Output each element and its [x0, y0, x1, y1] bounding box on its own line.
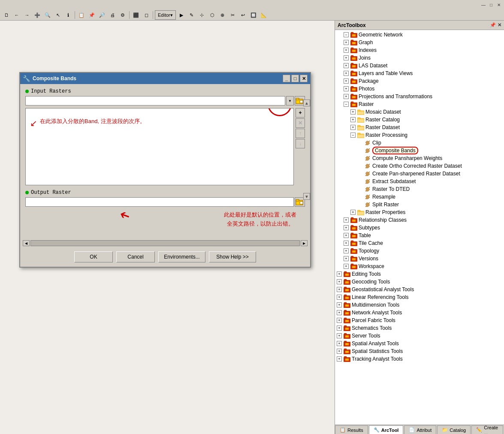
expand-icon[interactable]: + — [337, 349, 342, 354]
tree-item[interactable]: Resample — [335, 193, 504, 201]
expand-icon[interactable]: + — [337, 326, 342, 331]
tree-item[interactable]: − Raster Processing — [335, 131, 504, 139]
expand-icon[interactable]: + — [337, 356, 342, 362]
tree-item[interactable]: Create Ortho Corrected Raster Dataset — [335, 162, 504, 170]
tree-item[interactable]: + Spatial Analyst Tools — [335, 340, 504, 347]
collapse-icon[interactable]: − — [344, 102, 349, 107]
remove-item-btn[interactable]: ✕ — [296, 118, 305, 128]
tree-item[interactable]: + Editing Tools — [335, 270, 504, 278]
scroll-right-btn[interactable]: ▶ — [301, 240, 308, 246]
expand-icon[interactable]: + — [344, 248, 349, 253]
expand-icon[interactable]: + — [344, 55, 349, 60]
tree-item[interactable]: + Versions — [335, 255, 504, 262]
tree-item[interactable]: + Geostatistical Analyst Tools — [335, 286, 504, 293]
expand-icon[interactable]: + — [337, 318, 342, 323]
tree-item[interactable]: + Projections and Transformations — [335, 93, 504, 100]
tree-item[interactable]: + Spatial Statistics Tools — [335, 347, 504, 355]
expand-icon[interactable]: + — [344, 63, 349, 68]
bottom-tab-create ...[interactable]: ✏️Create ... — [471, 425, 503, 434]
expand-icon[interactable]: + — [337, 295, 342, 300]
tree-item[interactable]: + Tracking Analyst Tools — [335, 355, 504, 363]
expand-icon[interactable]: + — [337, 302, 342, 307]
dialog-close-button[interactable]: ✕ — [300, 75, 308, 82]
bottom-tab-results[interactable]: 📋Results — [335, 425, 368, 434]
close-button[interactable]: ✕ — [495, 2, 502, 8]
output-raster-field[interactable] — [25, 197, 294, 207]
tool6[interactable]: 🖨 — [108, 10, 117, 20]
tree-item[interactable]: + Layers and Table Views — [335, 69, 504, 77]
move-down-btn[interactable]: ↓ — [296, 139, 305, 148]
tree-item[interactable]: + Indexes — [335, 46, 504, 54]
tree-item[interactable]: Split Raster — [335, 201, 504, 208]
input-rasters-field[interactable] — [25, 96, 285, 105]
expand-icon[interactable]: + — [350, 117, 356, 122]
tree-item[interactable]: + Graph — [335, 39, 504, 46]
expand-icon[interactable]: + — [337, 271, 342, 277]
info-btn[interactable]: ℹ — [63, 10, 73, 20]
dialog-title-bar[interactable]: 🔧 Composite Bands _ □ ✕ — [20, 73, 310, 84]
dialog-minimize-button[interactable]: _ — [283, 75, 290, 82]
tree-item[interactable]: + Raster Dataset — [335, 124, 504, 131]
tree-item[interactable]: + Topology — [335, 247, 504, 255]
scroll-left-btn[interactable]: ◀ — [23, 240, 30, 246]
tool8[interactable]: ⬛ — [131, 10, 141, 20]
expand-icon[interactable]: + — [350, 210, 356, 215]
tree-item[interactable]: + Workspace — [335, 262, 504, 270]
zoom-btn[interactable]: 🔍 — [43, 10, 52, 20]
arctoolbox-tree[interactable]: − Geometric Network+ Graph+ Indexes+ Joi… — [335, 30, 504, 425]
back-btn[interactable]: ← — [12, 10, 21, 20]
tool7[interactable]: ⚙ — [118, 10, 127, 20]
expand-icon[interactable]: + — [344, 233, 349, 238]
tree-item[interactable]: + Parcel Fabric Tools — [335, 316, 504, 324]
expand-icon[interactable]: + — [344, 78, 349, 84]
expand-icon[interactable]: + — [337, 333, 342, 338]
environments-button[interactable]: Environments... — [158, 251, 205, 262]
bottom-tab-arctool[interactable]: 🔧ArcTool — [369, 425, 404, 434]
tool5[interactable]: 🔎 — [97, 10, 107, 20]
tree-item[interactable]: + Linear Referencing Tools — [335, 293, 504, 301]
expand-icon[interactable]: + — [337, 279, 342, 284]
tree-item[interactable]: + Tile Cache — [335, 239, 504, 247]
edit-tool7[interactable]: ↩ — [238, 10, 248, 20]
collapse-icon[interactable]: − — [350, 133, 356, 138]
bottom-tab-catalog[interactable]: 📁Catalog — [437, 425, 471, 434]
tree-item[interactable]: + Raster Properties — [335, 208, 504, 216]
expand-icon[interactable]: + — [337, 341, 342, 346]
tree-item[interactable]: + Photos — [335, 85, 504, 93]
expand-icon[interactable]: + — [344, 264, 349, 269]
dialog-scroll-up[interactable]: ▲ — [303, 99, 310, 106]
arctoolbox-pin-btn[interactable]: 📌 — [490, 22, 496, 28]
show-help-button[interactable]: Show Help >> — [209, 251, 256, 262]
tree-item[interactable]: + Table — [335, 232, 504, 239]
edit-tool2[interactable]: ✎ — [187, 10, 196, 20]
arctoolbox-close-btn[interactable]: ✕ — [498, 22, 501, 28]
tree-item[interactable]: Raster To DTED — [335, 185, 504, 193]
add-data-btn[interactable]: ➕ — [33, 10, 42, 20]
tree-item[interactable]: Create Pan-sharpened Raster Dataset — [335, 170, 504, 178]
tree-item[interactable]: − Raster — [335, 100, 504, 108]
input-rasters-list[interactable]: ↖ 在此添加入分散的Band, 注意波段的次序。 — [25, 108, 294, 185]
edit-tool9[interactable]: 📐 — [259, 10, 269, 20]
collapse-icon[interactable]: − — [344, 32, 349, 37]
tree-item[interactable]: Compute Pansharpen Weights — [335, 154, 504, 162]
expand-icon[interactable]: + — [337, 310, 342, 315]
edit-tool6[interactable]: ✂ — [228, 10, 238, 20]
tree-item[interactable]: + Schematics Tools — [335, 324, 504, 332]
tree-item[interactable]: + Multidimension Tools — [335, 301, 504, 309]
tree-item[interactable]: + Subtypes — [335, 224, 504, 232]
expand-icon[interactable]: + — [344, 86, 349, 91]
expand-icon[interactable]: + — [344, 241, 349, 246]
tree-item[interactable]: + Package — [335, 77, 504, 85]
bottom-tab-attribut[interactable]: 📄Attribut — [404, 425, 436, 434]
expand-icon[interactable]: + — [350, 125, 356, 130]
cancel-button[interactable]: Cancel — [116, 251, 155, 262]
tree-item[interactable]: + Network Analyst Tools — [335, 309, 504, 316]
forward-btn[interactable]: → — [22, 10, 32, 20]
edit-tool4[interactable]: ⬡ — [208, 10, 217, 20]
expand-icon[interactable]: + — [337, 287, 342, 292]
expand-icon[interactable]: + — [350, 109, 356, 115]
tree-item[interactable]: + Mosaic Dataset — [335, 108, 504, 116]
new-btn[interactable]: 🗋 — [2, 10, 11, 20]
edit-tool8[interactable]: 🔲 — [249, 10, 258, 20]
select-btn[interactable]: ↖ — [53, 10, 63, 20]
